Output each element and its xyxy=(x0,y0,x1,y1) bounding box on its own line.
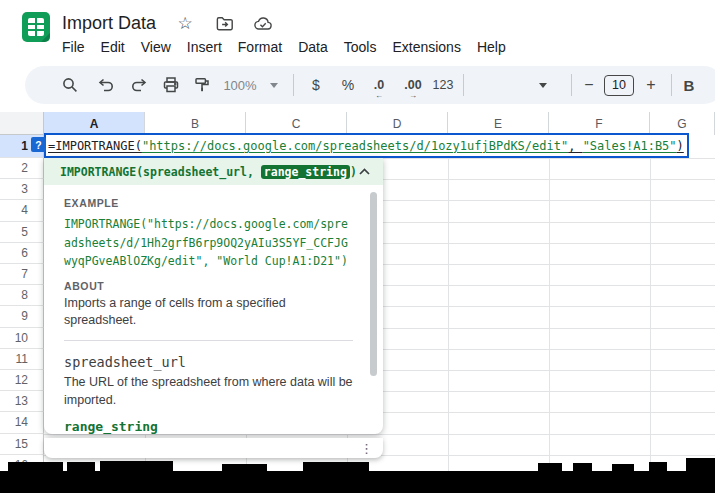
row-header-10[interactable]: 10 xyxy=(0,328,44,349)
column-header-c[interactable]: C xyxy=(246,112,347,135)
column-header-g[interactable]: G xyxy=(650,112,715,135)
collapse-chevron-icon[interactable] xyxy=(357,163,373,181)
row-header-7[interactable]: 7 xyxy=(0,264,44,285)
redaction-block xyxy=(100,461,173,472)
sheets-logo-icon[interactable] xyxy=(22,12,50,42)
redaction-block xyxy=(67,462,95,472)
popup-divider xyxy=(64,340,353,341)
italic-button[interactable]: I xyxy=(709,66,715,104)
increase-decimal-arrow-icon: → xyxy=(409,91,417,100)
column-header-f[interactable]: F xyxy=(549,112,650,135)
percent-format-button[interactable]: % xyxy=(336,66,360,104)
toolbar: 100% $ % .0← .00→ 123 − 10 + B I xyxy=(25,66,715,104)
popup-scrollbar[interactable] xyxy=(370,192,377,376)
menu-tools[interactable]: Tools xyxy=(336,36,385,58)
bold-button[interactable]: B xyxy=(677,66,701,104)
sheets-logo-grid xyxy=(28,18,44,36)
decrease-font-size-button[interactable]: − xyxy=(578,66,600,104)
redo-icon[interactable] xyxy=(126,66,152,104)
font-caret-icon[interactable] xyxy=(535,66,551,104)
row-header-14[interactable]: 14 xyxy=(0,412,44,433)
increase-decimal-button[interactable]: .00→ xyxy=(398,66,428,104)
cell-editor-a1[interactable]: =IMPORTRANGE("https://docs.google.com/sp… xyxy=(44,133,689,158)
zoom-select[interactable]: 100% xyxy=(219,66,261,104)
move-folder-icon[interactable] xyxy=(214,13,234,33)
menu-view[interactable]: View xyxy=(133,36,179,58)
row-header-12[interactable]: 12 xyxy=(0,370,44,391)
select-all-corner[interactable] xyxy=(0,112,44,135)
param-desc-spreadsheet_url: The URL of the spreadsheet from where da… xyxy=(64,373,356,410)
redaction-block xyxy=(222,464,267,472)
column-header-e[interactable]: E xyxy=(448,112,549,135)
toolbar-divider xyxy=(571,74,572,96)
menu-help[interactable]: Help xyxy=(469,36,514,58)
formula-token-string: "https://docs.google.com/spreadsheets/d/… xyxy=(142,139,568,153)
redaction-block xyxy=(8,462,63,472)
row-header-2[interactable]: 2 xyxy=(0,158,44,179)
menu-insert[interactable]: Insert xyxy=(179,36,230,58)
column-header-a[interactable]: A xyxy=(44,112,145,135)
more-options-kebab-icon[interactable]: ⋮ xyxy=(360,442,373,455)
decrease-decimal-button[interactable]: .0← xyxy=(366,66,392,104)
row-header-8[interactable]: 8 xyxy=(0,285,44,306)
menu-format[interactable]: Format xyxy=(230,36,290,58)
function-signature-header[interactable]: IMPORTRANGE(spreadsheet_url, range_strin… xyxy=(44,158,383,185)
parameter-list: spreadsheet_urlThe URL of the spreadshee… xyxy=(64,354,353,435)
print-icon[interactable] xyxy=(158,66,184,104)
column-header-d[interactable]: D xyxy=(347,112,448,135)
redaction-block xyxy=(612,464,634,472)
toolbar-divider xyxy=(671,74,672,96)
redaction-block xyxy=(686,458,715,472)
number-format-button[interactable]: 123 xyxy=(428,66,458,104)
column-header-b[interactable]: B xyxy=(145,112,246,135)
formula-token-plain: =IMPORTRANGE( xyxy=(48,139,142,153)
row-header-5[interactable]: 5 xyxy=(0,222,44,243)
grid-vline xyxy=(549,158,550,473)
document-title[interactable]: Import Data xyxy=(62,13,156,34)
row-header-6[interactable]: 6 xyxy=(0,243,44,264)
row-header-4[interactable]: 4 xyxy=(0,200,44,221)
menu-extensions[interactable]: Extensions xyxy=(384,36,468,58)
example-code-line: adsheets/d/1Hh2grfB6rp9OQ2yAIu3S5YF_CCFJ… xyxy=(64,234,353,253)
decrease-decimal-arrow-icon: ← xyxy=(375,91,383,100)
titlebar: Import Data ☆ FileEditViewInsertFormatDa… xyxy=(0,0,715,62)
spreadsheet-grid[interactable]: ABCDEFG 12345678910111213141516 =IMPORTR… xyxy=(0,112,715,493)
menu-edit[interactable]: Edit xyxy=(93,36,133,58)
font-size-field[interactable]: 10 xyxy=(603,66,635,104)
row-header-9[interactable]: 9 xyxy=(0,306,44,327)
cloud-saved-icon[interactable] xyxy=(253,13,273,33)
formula-help-badge[interactable]: ? xyxy=(31,137,46,152)
star-icon[interactable]: ☆ xyxy=(175,13,195,33)
row-header-15[interactable]: 15 xyxy=(0,434,44,455)
signature-arg2-active: range_string xyxy=(261,165,350,179)
param-name-range_string: range_string xyxy=(64,419,353,434)
function-help-body: EXAMPLE IMPORTRANGE("https://docs.google… xyxy=(44,185,383,434)
formula-token-plain: ) xyxy=(677,139,684,153)
paint-format-icon[interactable] xyxy=(189,66,215,104)
search-icon[interactable] xyxy=(57,66,83,104)
row-header-3[interactable]: 3 xyxy=(0,179,44,200)
increase-font-size-button[interactable]: + xyxy=(640,66,662,104)
row-header-13[interactable]: 13 xyxy=(0,391,44,412)
example-label: EXAMPLE xyxy=(64,197,353,209)
menu-file[interactable]: File xyxy=(54,36,93,58)
grid-vline xyxy=(650,158,651,473)
toolbar-divider xyxy=(293,74,294,96)
signature-close: ) xyxy=(350,165,357,179)
menu-data[interactable]: Data xyxy=(290,36,336,58)
row-header-11[interactable]: 11 xyxy=(0,349,44,370)
currency-format-button[interactable]: $ xyxy=(304,66,328,104)
signature-fn: IMPORTRANGE( xyxy=(60,165,143,179)
undo-icon[interactable] xyxy=(93,66,119,104)
formula-token-string: "Sales!A1:B5" xyxy=(583,139,677,153)
about-label: ABOUT xyxy=(64,280,353,292)
toolbar-divider xyxy=(463,74,464,96)
signature-arg1: spreadsheet_url xyxy=(143,165,247,179)
param-name-spreadsheet_url: spreadsheet_url xyxy=(64,354,353,370)
menubar: FileEditViewInsertFormatDataToolsExtensi… xyxy=(54,36,514,58)
redaction-block xyxy=(303,462,369,472)
example-code-line: wyqPGveABlOZKg/edit", "World Cup!A1:D21"… xyxy=(64,252,353,271)
grid-vline xyxy=(448,158,449,473)
document-title-row: Import Data ☆ xyxy=(62,10,273,36)
zoom-caret-icon[interactable] xyxy=(267,66,281,104)
